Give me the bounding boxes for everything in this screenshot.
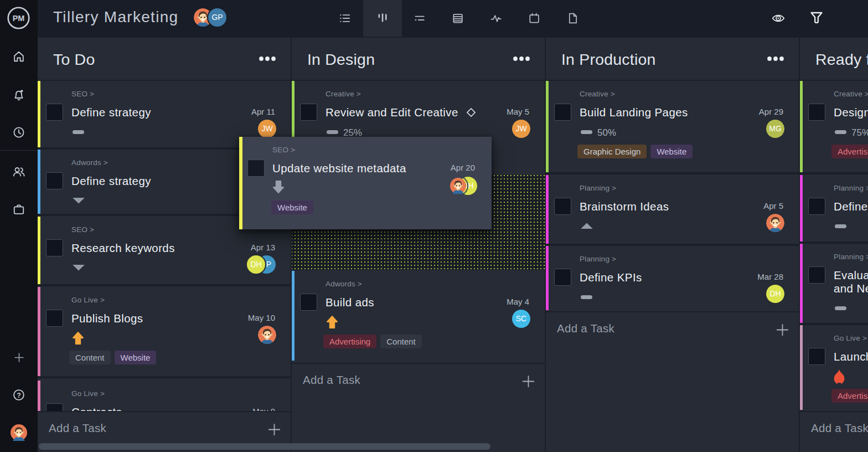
svg-text:?: ? (17, 392, 21, 399)
svg-text:PM: PM (13, 14, 25, 23)
